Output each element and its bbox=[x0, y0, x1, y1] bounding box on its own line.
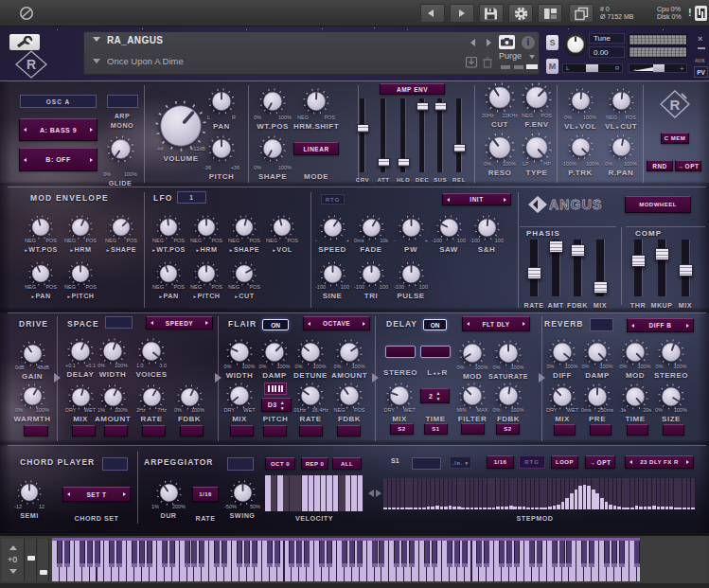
svg-text:-: - bbox=[634, 64, 637, 72]
svg-text:+: + bbox=[680, 64, 684, 72]
svg-text:R: R bbox=[670, 97, 681, 113]
svg-text:R: R bbox=[27, 57, 36, 72]
svg-text:ANGUS: ANGUS bbox=[549, 197, 603, 212]
